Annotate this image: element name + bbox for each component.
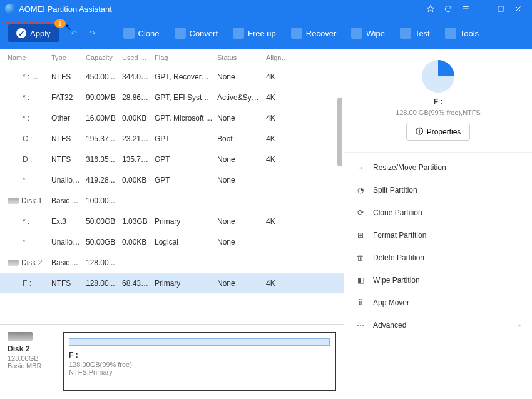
refresh-button[interactable] <box>439 0 457 18</box>
partition-row[interactable]: * :FAT3299.00MB28.86MBGPT, EFI Syste...A… <box>0 87 344 108</box>
partition-line2: NTFS,Primary <box>69 368 330 376</box>
apply-highlight: ✓ Apply 1 ↖ <box>5 22 62 44</box>
op-label: Wipe Partition <box>373 276 420 285</box>
tools-icon <box>445 28 456 39</box>
toolbar-wipe-button[interactable]: Wipe <box>345 24 391 43</box>
app-title: AOMEI Partition Assistant <box>19 4 422 14</box>
grid-body: * : ...NTFS450.00...344.02...GPT, Recove… <box>0 66 344 324</box>
partition-line1: 128.00GB(99% free) <box>69 361 330 368</box>
disk-map: Disk 2 128.00GB Basic MBR F : 128.00GB(9… <box>0 324 344 399</box>
grid-header: Name Type Capacity Used S... Flag Status… <box>0 49 344 66</box>
test-icon <box>400 28 411 39</box>
partition-row[interactable]: *Unalloc...419.28...0.00KBGPTNone <box>0 169 344 190</box>
undo-button[interactable]: ↶ <box>67 26 81 40</box>
apply-button[interactable]: ✓ Apply <box>8 24 59 42</box>
drive-info: F : 128.00 GB(99% free),NTFS ⓘ Propertie… <box>344 49 532 153</box>
format-icon: ⊞ <box>356 230 366 240</box>
partition-row[interactable]: F :NTFS128.00...68.43MBPrimaryNone4K <box>0 273 344 293</box>
disk-icon <box>8 198 19 204</box>
partition-row[interactable]: *Unalloc...50.00GB0.00KBLogicalNone <box>0 231 344 252</box>
titlebar: AOMEI Partition Assistant <box>0 0 532 18</box>
toolbar: ✓ Apply 1 ↖ ↶ ↷ CloneConvertFree upRecov… <box>0 18 532 49</box>
scrollbar-thumb[interactable] <box>337 98 342 166</box>
col-capacity[interactable]: Capacity <box>83 54 120 61</box>
op-appmover[interactable]: ⠿App Mover <box>344 291 532 314</box>
minimize-button[interactable] <box>474 0 492 18</box>
toolbar-convert-button[interactable]: Convert <box>168 24 225 43</box>
favorite-button[interactable] <box>422 0 439 18</box>
app-logo-icon <box>5 4 15 14</box>
toolbar-label: Wipe <box>366 29 385 38</box>
op-resize[interactable]: ↔Resize/Move Partition <box>344 156 532 179</box>
op-clone[interactable]: ⟳Clone Partition <box>344 201 532 224</box>
op-advanced[interactable]: ⋯Advanced› <box>344 314 532 336</box>
disk-summary[interactable]: Disk 2 128.00GB Basic MBR <box>8 332 55 391</box>
clone-icon <box>123 28 135 39</box>
properties-label: Properties <box>427 128 461 136</box>
pie-chart-icon <box>422 60 454 93</box>
toolbar-label: Convert <box>190 29 218 38</box>
partition-row[interactable]: * :Other16.00MB0.00KBGPT, Microsoft ...N… <box>0 108 344 128</box>
wipe-icon <box>351 28 362 39</box>
toolbar-test-button[interactable]: Test <box>394 24 436 43</box>
appmover-icon: ⠿ <box>356 298 366 308</box>
toolbar-label: Free up <box>248 29 276 38</box>
toolbar-recover-button[interactable]: Recover <box>285 24 342 43</box>
operations-list: ↔Resize/Move Partition◔Split Partition⟳C… <box>344 153 532 399</box>
partition-row[interactable]: C :NTFS195.37...23.21GBGPTBoot4K <box>0 128 344 149</box>
op-label: Split Partition <box>373 186 417 194</box>
apply-label: Apply <box>30 29 51 38</box>
drive-letter: F : <box>354 98 522 106</box>
op-label: Advanced <box>373 321 406 330</box>
toolbar-freeup-button[interactable]: Free up <box>227 24 282 43</box>
disk-row[interactable]: Disk 1Basic ...100.00... <box>0 190 344 211</box>
op-label: Clone Partition <box>373 208 422 217</box>
chevron-right-icon: › <box>518 321 521 330</box>
op-delete[interactable]: 🗑Delete Partition <box>344 246 532 269</box>
svg-rect-0 <box>498 6 503 11</box>
op-label: Resize/Move Partition <box>373 163 446 172</box>
disk-name: Disk 2 <box>8 345 55 353</box>
close-button[interactable] <box>509 0 527 18</box>
partition-row[interactable]: D :NTFS316.35...135.71...GPTNone4K <box>0 149 344 169</box>
toolbar-label: Clone <box>138 29 160 38</box>
col-align[interactable]: Alignm... <box>263 54 294 61</box>
convert-icon <box>175 28 186 39</box>
col-used[interactable]: Used S... <box>120 54 152 61</box>
partition-row[interactable]: * : ...NTFS450.00...344.02...GPT, Recove… <box>0 66 344 87</box>
freeup-icon <box>233 28 244 39</box>
maximize-button[interactable] <box>492 0 509 18</box>
disk-size: 128.00GB <box>8 355 55 362</box>
partition-usage-bar <box>69 338 330 346</box>
redo-button[interactable]: ↷ <box>86 26 100 40</box>
apply-badge: 1 <box>54 19 66 28</box>
op-split[interactable]: ◔Split Partition <box>344 179 532 201</box>
partition-list-pane: Name Type Capacity Used S... Flag Status… <box>0 49 344 399</box>
col-name[interactable]: Name <box>5 54 49 61</box>
col-type[interactable]: Type <box>49 54 83 61</box>
op-label: Format Partition <box>373 231 426 240</box>
partition-row[interactable]: * :Ext350.00GB1.03GBPrimaryNone4K <box>0 211 344 231</box>
menu-button[interactable] <box>457 0 474 18</box>
toolbar-tools-button[interactable]: Tools <box>439 24 485 43</box>
toolbar-clone-button[interactable]: Clone <box>117 24 166 43</box>
check-icon: ✓ <box>16 28 26 38</box>
col-status[interactable]: Status <box>215 54 263 61</box>
op-wipepart[interactable]: ◧Wipe Partition <box>344 269 532 291</box>
toolbar-label: Tools <box>460 29 479 38</box>
clone-icon: ⟳ <box>356 208 366 218</box>
col-flag[interactable]: Flag <box>152 54 215 61</box>
split-icon: ◔ <box>356 185 366 195</box>
advanced-icon: ⋯ <box>356 320 366 330</box>
op-label: Delete Partition <box>373 253 424 262</box>
partition-box[interactable]: F : 128.00GB(99% free) NTFS,Primary <box>63 332 336 391</box>
op-format[interactable]: ⊞Format Partition <box>344 224 532 246</box>
wipepart-icon: ◧ <box>356 275 366 285</box>
partition-name: F : <box>69 351 330 360</box>
properties-button[interactable]: ⓘ Properties <box>406 123 471 141</box>
disk-icon <box>8 332 33 341</box>
op-label: App Mover <box>373 298 409 307</box>
scrollbar[interactable] <box>336 66 344 324</box>
disk-mode: Basic MBR <box>8 362 55 370</box>
disk-row[interactable]: Disk 2Basic ...128.00... <box>0 252 344 273</box>
